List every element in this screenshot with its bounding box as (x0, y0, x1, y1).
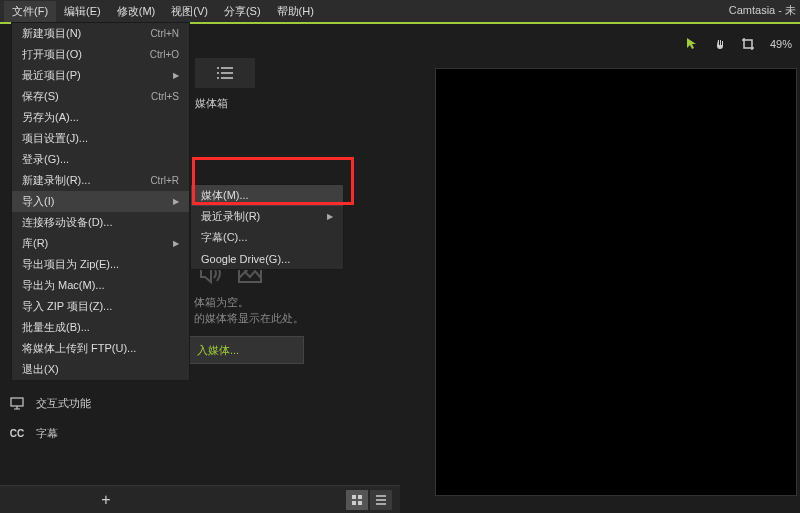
dd-new-recording[interactable]: 新建录制(R)...Ctrl+R (12, 170, 189, 191)
dd-import[interactable]: 导入(I)▶ (12, 191, 189, 212)
bottom-bar: + (0, 485, 400, 513)
sidebar-item-label: 交互式功能 (36, 396, 91, 411)
svg-rect-4 (358, 495, 362, 499)
tab-list-view[interactable] (195, 58, 255, 88)
sub-media[interactable]: 媒体(M)... (191, 185, 343, 206)
list-view-icon[interactable] (370, 490, 392, 510)
file-dropdown: 新建项目(N)Ctrl+N 打开项目(O)Ctrl+O 最近项目(P)▶ 保存(… (11, 22, 190, 381)
present-icon (8, 394, 26, 412)
add-track-button[interactable]: + (92, 486, 120, 514)
media-tabs (195, 58, 255, 88)
cc-icon: CC (8, 424, 26, 442)
menu-modify[interactable]: 修改(M) (109, 1, 164, 22)
hand-icon[interactable] (710, 34, 730, 54)
dd-library[interactable]: 库(R)▶ (12, 233, 189, 254)
dd-export-zip[interactable]: 导出项目为 Zip(E)... (12, 254, 189, 275)
sub-captions[interactable]: 字幕(C)... (191, 227, 343, 248)
sub-recent-recording[interactable]: 最近录制(R)▶ (191, 206, 343, 227)
zoom-level[interactable]: 49% (770, 38, 792, 50)
menu-file[interactable]: 文件(F) (4, 1, 56, 22)
sidebar-item-label: 字幕 (36, 426, 58, 441)
dd-export-mac[interactable]: 导出为 Mac(M)... (12, 275, 189, 296)
dd-open-project[interactable]: 打开项目(O)Ctrl+O (12, 44, 189, 65)
svg-rect-5 (352, 501, 356, 505)
sub-google-drive[interactable]: Google Drive(G)... (191, 248, 343, 269)
dd-project-settings[interactable]: 项目设置(J)... (12, 128, 189, 149)
pointer-icon[interactable] (682, 34, 702, 54)
svg-rect-6 (358, 501, 362, 505)
crop-icon[interactable] (738, 34, 758, 54)
menu-view[interactable]: 视图(V) (163, 1, 216, 22)
svg-rect-2 (11, 398, 23, 406)
menu-share[interactable]: 分享(S) (216, 1, 269, 22)
preview-canvas[interactable] (435, 68, 797, 496)
canvas-toolbar: 49% (682, 28, 800, 60)
menu-edit[interactable]: 编辑(E) (56, 1, 109, 22)
dd-save-as[interactable]: 另存为(A)... (12, 107, 189, 128)
dd-batch[interactable]: 批量生成(B)... (12, 317, 189, 338)
menubar: 文件(F) 编辑(E) 修改(M) 视图(V) 分享(S) 帮助(H) Camt… (0, 0, 800, 22)
dd-exit[interactable]: 退出(X) (12, 359, 189, 380)
dd-upload-ftp[interactable]: 将媒体上传到 FTP(U)... (12, 338, 189, 359)
media-bin-label: 媒体箱 (195, 96, 228, 111)
dd-save[interactable]: 保存(S)Ctrl+S (12, 86, 189, 107)
view-toggle (346, 490, 392, 510)
dd-recent-projects[interactable]: 最近项目(P)▶ (12, 65, 189, 86)
sidebar-captions[interactable]: CC 字幕 (0, 418, 100, 448)
empty-state-text: 体箱为空。 的媒体将显示在此处。 (194, 294, 304, 326)
app-title: Camtasia - 未 (729, 3, 796, 18)
svg-rect-3 (352, 495, 356, 499)
import-submenu: 媒体(M)... 最近录制(R)▶ 字幕(C)... Google Drive(… (190, 184, 344, 270)
grid-view-icon[interactable] (346, 490, 368, 510)
sidebar-interactive[interactable]: 交互式功能 (0, 388, 100, 418)
dd-import-zip[interactable]: 导入 ZIP 项目(Z)... (12, 296, 189, 317)
import-media-button[interactable]: 入媒体... (188, 336, 304, 364)
dd-login[interactable]: 登录(G)... (12, 149, 189, 170)
menu-help[interactable]: 帮助(H) (269, 1, 322, 22)
dd-connect-mobile[interactable]: 连接移动设备(D)... (12, 212, 189, 233)
dd-new-project[interactable]: 新建项目(N)Ctrl+N (12, 23, 189, 44)
